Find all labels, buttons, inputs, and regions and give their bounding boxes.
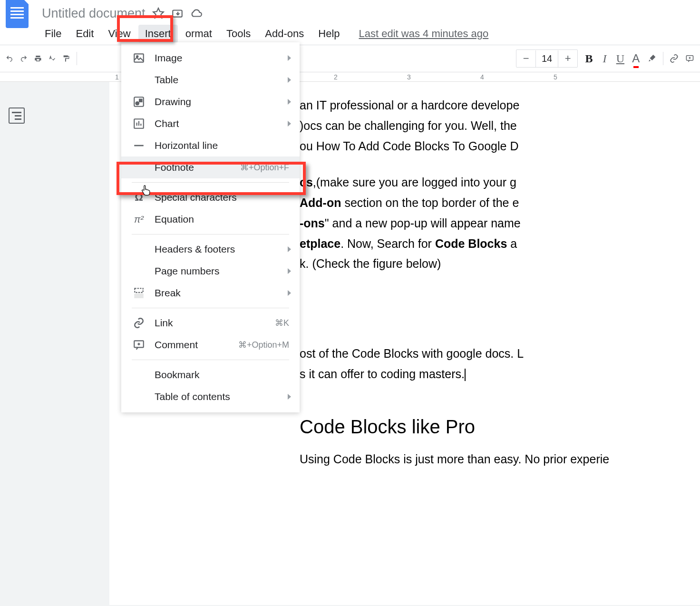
document-title[interactable]: Untitled document (42, 6, 146, 21)
body-text: Add-on section on the top border of the … (300, 194, 700, 212)
menu-edit[interactable]: Edit (69, 25, 100, 43)
submenu-arrow-icon (288, 77, 291, 83)
menu-separator (132, 234, 289, 235)
ruler-mark: 3 (407, 73, 411, 81)
body-text: etplace. Now, Search for Code Blocks a (300, 235, 700, 253)
italic-button[interactable]: I (600, 50, 609, 67)
submenu-arrow-icon (288, 394, 291, 400)
menu-separator (132, 182, 289, 183)
keyboard-shortcut: ⌘+Option+M (238, 340, 289, 350)
footnote-icon (132, 161, 146, 174)
bold-button[interactable]: B (584, 50, 593, 67)
horizontal-line-icon (132, 139, 146, 152)
menu-item-special-characters[interactable]: Ω Special characters (121, 186, 300, 208)
spellcheck-button[interactable] (48, 51, 56, 66)
highlight-button[interactable] (647, 50, 656, 67)
link-icon (132, 317, 146, 329)
menu-item-headers-footers[interactable]: Headers & footers (121, 238, 300, 260)
menu-addons[interactable]: Add-ons (258, 25, 311, 43)
menu-label: Page numbers (155, 265, 289, 277)
submenu-arrow-icon (288, 121, 291, 127)
menu-item-comment[interactable]: Comment ⌘+Option+M (121, 334, 300, 356)
body-text: Using Code Blocks is just more than easy… (300, 450, 700, 469)
break-icon (132, 287, 146, 299)
menu-item-break[interactable]: Break (121, 282, 300, 304)
menu-label: Comment (155, 339, 238, 351)
menu-item-link[interactable]: Link ⌘K (121, 312, 300, 334)
menu-tools[interactable]: Tools (220, 25, 257, 43)
menu-item-chart[interactable]: Chart (121, 113, 300, 135)
comment-icon (132, 339, 146, 351)
menubar: File Edit View Insert ormat Tools Add-on… (0, 23, 700, 45)
svg-rect-7 (139, 99, 143, 103)
body-text: s it can offer to coding masters. (300, 365, 700, 383)
keyboard-shortcut: ⌘K (275, 318, 289, 328)
toolbar: − 14 + B I U A (0, 45, 700, 72)
text-color-button[interactable]: A (632, 50, 641, 67)
menu-help[interactable]: Help (311, 25, 346, 43)
move-icon[interactable] (171, 7, 184, 20)
menu-item-page-numbers[interactable]: Page numbers (121, 260, 300, 282)
body-text: ost of the Code Blocks with google docs.… (300, 344, 700, 363)
redo-button[interactable] (20, 51, 28, 66)
body-text: an IT professional or a hardcore develop… (300, 96, 700, 115)
underline-button[interactable]: U (616, 50, 625, 67)
cloud-saved-icon[interactable] (190, 7, 203, 20)
menu-insert[interactable]: Insert (138, 25, 178, 43)
menu-label: Chart (155, 118, 289, 129)
paint-format-button[interactable] (62, 51, 70, 66)
svg-rect-10 (135, 288, 143, 293)
menu-item-table-of-contents[interactable]: Table of contents (121, 386, 300, 408)
menu-item-bookmark[interactable]: Bookmark (121, 364, 300, 386)
menu-file[interactable]: File (38, 25, 68, 43)
menu-item-horizontal-line[interactable]: Horizontal line (121, 135, 300, 156)
menu-item-footnote[interactable]: Footnote ⌘+Option+F (121, 156, 300, 178)
svg-marker-0 (153, 8, 164, 18)
document-outline-icon[interactable] (9, 108, 25, 124)
menu-item-image[interactable]: Image (121, 47, 300, 69)
submenu-arrow-icon (288, 246, 291, 252)
font-size-value[interactable]: 14 (535, 50, 558, 67)
font-size-decrease[interactable]: − (516, 50, 535, 67)
menu-separator (132, 308, 289, 308)
heading-text: Code Blocks like Pro (300, 412, 700, 441)
text-cursor (465, 369, 466, 381)
menu-label: Drawing (155, 96, 289, 108)
body-text: k. (Check the figure below) (300, 254, 700, 273)
menu-label: Table (155, 74, 289, 86)
insert-dropdown-menu: Image Table Drawing Chart Horizontal lin… (121, 42, 300, 412)
menu-label: Horizontal line (155, 140, 289, 151)
body-text: )ocs can be challenging for you. Well, t… (300, 117, 700, 135)
print-button[interactable] (34, 51, 42, 66)
last-edit-link[interactable]: Last edit was 4 minutes ago (359, 28, 489, 40)
menu-item-table[interactable]: Table (121, 69, 300, 91)
menu-label: Headers & footers (155, 244, 289, 255)
google-docs-icon[interactable] (6, 0, 29, 28)
image-icon (132, 52, 146, 64)
menu-item-equation[interactable]: π² Equation (121, 208, 300, 230)
menu-item-drawing[interactable]: Drawing (121, 91, 300, 113)
ruler: 1 2 3 4 5 (0, 72, 700, 82)
pi-icon: π² (132, 213, 146, 225)
body-text: cs,(make sure you are logged into your g (300, 173, 700, 192)
undo-button[interactable] (6, 51, 13, 66)
menu-separator (132, 360, 289, 360)
menu-label: Bookmark (155, 369, 289, 381)
font-size-increase[interactable]: + (558, 50, 577, 67)
toc-icon (132, 391, 146, 403)
insert-link-button[interactable] (670, 50, 679, 67)
menu-label: Link (155, 317, 275, 329)
star-icon[interactable] (152, 7, 165, 20)
menu-label: Table of contents (155, 391, 289, 402)
submenu-arrow-icon (288, 55, 291, 61)
submenu-arrow-icon (288, 99, 291, 105)
menu-label: Image (155, 52, 289, 64)
body-text: -ons" and a new pop-up will appear name (300, 214, 700, 233)
add-comment-button[interactable] (685, 50, 694, 67)
table-icon (132, 74, 146, 86)
bookmark-icon (132, 369, 146, 381)
menu-format[interactable]: ormat (179, 25, 219, 43)
menu-view[interactable]: View (101, 25, 137, 43)
headers-icon (132, 243, 146, 255)
toolbar-separator (663, 52, 663, 65)
